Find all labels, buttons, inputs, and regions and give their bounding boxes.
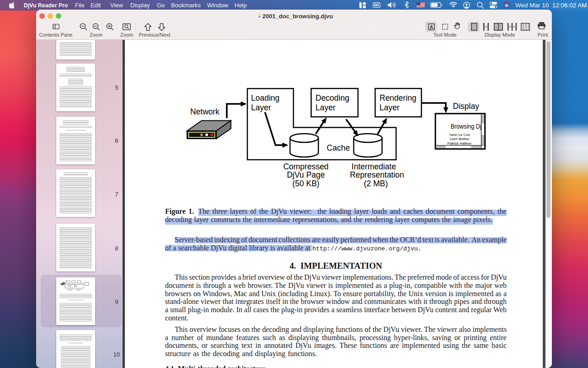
svg-text:Intermediate: Intermediate bbox=[352, 162, 396, 171]
svg-text:Yann Le Cun: Yann Le Cun bbox=[449, 133, 470, 137]
svg-text:Patrick Haffner: Patrick Haffner bbox=[448, 141, 472, 146]
svg-text:DjVu Page: DjVu Page bbox=[287, 170, 325, 179]
svg-text:Loading: Loading bbox=[251, 93, 279, 103]
svg-text:Layer: Layer bbox=[251, 103, 271, 112]
svg-text:Compressed: Compressed bbox=[283, 162, 328, 171]
svg-text:Rendering: Rendering bbox=[380, 93, 417, 103]
svg-text:Cache: Cache bbox=[327, 143, 350, 152]
svg-text:(2 MB): (2 MB) bbox=[364, 179, 388, 188]
svg-text:A: A bbox=[430, 24, 433, 30]
svg-text:Network: Network bbox=[190, 107, 219, 116]
svg-text:Display: Display bbox=[453, 102, 480, 111]
svg-text:Browsing Dj: Browsing Dj bbox=[451, 123, 481, 130]
svg-text:Layer: Layer bbox=[380, 103, 400, 112]
svg-text:Representation: Representation bbox=[350, 170, 404, 179]
svg-text:Layer: Layer bbox=[315, 103, 336, 112]
svg-text:Leon Bottou: Leon Bottou bbox=[449, 137, 469, 141]
svg-text:(50 KB): (50 KB) bbox=[292, 179, 319, 188]
svg-text:Decoding: Decoding bbox=[315, 93, 349, 103]
